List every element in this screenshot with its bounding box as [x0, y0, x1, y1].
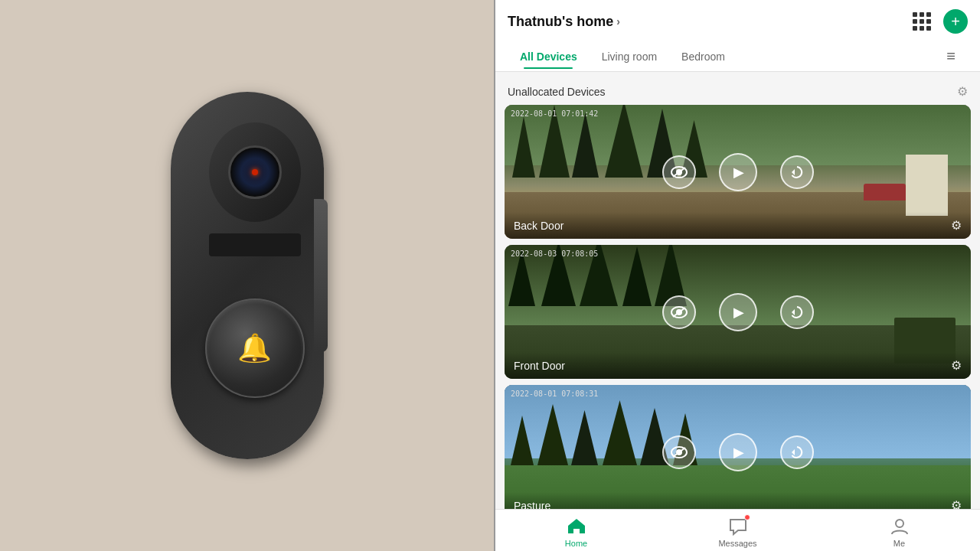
display-strip	[209, 233, 301, 256]
camera-housing	[209, 122, 301, 222]
unallocated-section-title: Unallocated Devices	[508, 86, 606, 98]
front-door-footer: Front Door ⚙	[505, 352, 971, 379]
pasture-name: Pasture	[514, 500, 550, 510]
pasture-play-button[interactable]: ▶	[719, 433, 757, 471]
messages-badge-dot	[744, 514, 750, 520]
bell-icon: 🔔	[237, 332, 272, 364]
tab-all-devices[interactable]: All Devices	[508, 44, 590, 69]
play-icon: ▶	[733, 164, 744, 181]
pasture-footer: Pasture ⚙	[505, 492, 971, 509]
front-door-sleep-button[interactable]	[662, 295, 696, 329]
device-list-panel: Thatnub's home › + All Devices Living ro…	[495, 0, 980, 551]
home-name-text: Thatnub's home	[508, 14, 613, 30]
p-replay-icon	[789, 445, 805, 460]
unallocated-section-header: Unallocated Devices ⚙	[505, 78, 971, 105]
front-door-name: Front Door	[514, 360, 565, 372]
me-nav-icon	[889, 516, 910, 537]
camera-indicator	[252, 169, 258, 175]
header-icons: +	[910, 9, 968, 34]
svg-line-6	[673, 308, 685, 317]
svg-marker-3	[792, 169, 795, 175]
tab-bedroom[interactable]: Bedroom	[669, 44, 737, 69]
pasture-sleep-button[interactable]	[662, 435, 696, 469]
side-accent	[314, 199, 328, 352]
messages-nav-label: Messages	[718, 539, 756, 548]
header: Thatnub's home › + All Devices Living ro…	[495, 0, 980, 72]
fd-play-icon: ▶	[733, 304, 744, 321]
me-nav-label: Me	[893, 539, 905, 548]
grid-view-button[interactable]	[910, 9, 934, 34]
replay-icon	[789, 165, 805, 180]
back-door-sleep-button[interactable]	[662, 155, 696, 189]
home-nav-label: Home	[565, 539, 587, 548]
back-door-play-button[interactable]: ▶	[719, 153, 757, 191]
front-door-play-button[interactable]: ▶	[719, 293, 757, 331]
chevron-right-icon: ›	[616, 15, 620, 28]
fd-replay-icon	[789, 305, 805, 320]
p-play-icon: ▶	[733, 444, 744, 461]
pasture-replay-button[interactable]	[780, 435, 814, 469]
profile-icon	[890, 517, 910, 536]
svg-line-10	[673, 448, 685, 457]
camera-lens	[228, 145, 282, 199]
svg-marker-11	[792, 449, 795, 455]
tab-living-room[interactable]: Living room	[590, 44, 669, 69]
add-device-button[interactable]: +	[943, 9, 968, 34]
camera-card-back-door[interactable]: 2022-08-01 07:01:42 ▶	[505, 105, 971, 239]
back-door-footer: Back Door ⚙	[505, 212, 971, 239]
nav-me[interactable]: Me	[869, 516, 930, 548]
pasture-controls: ▶	[505, 385, 971, 509]
sleep-eye-icon	[671, 166, 688, 178]
tabs-more-button[interactable]: ≡	[934, 41, 968, 71]
doorbell-device: 🔔	[163, 84, 332, 467]
svg-marker-7	[792, 309, 795, 315]
nav-messages[interactable]: Messages	[707, 516, 769, 548]
section-settings-icon[interactable]: ⚙	[957, 84, 968, 99]
grid-dots-icon	[913, 12, 931, 31]
bell-button[interactable]: 🔔	[205, 298, 305, 398]
svg-line-2	[673, 168, 685, 177]
nav-home[interactable]: Home	[546, 516, 607, 548]
room-tabs: All Devices Living room Bedroom ≡	[508, 41, 968, 71]
home-nav-icon	[566, 516, 587, 537]
pasture-settings-icon[interactable]: ⚙	[951, 498, 962, 509]
front-door-replay-button[interactable]	[780, 295, 814, 329]
messages-nav-icon	[727, 516, 749, 537]
back-door-replay-button[interactable]	[780, 155, 814, 189]
svg-point-12	[896, 520, 903, 527]
back-door-settings-icon[interactable]: ⚙	[951, 218, 962, 233]
doorbell-image: 🔔	[0, 0, 494, 551]
p-sleep-icon	[671, 446, 688, 458]
content-area: Unallocated Devices ⚙	[495, 72, 980, 509]
fd-sleep-icon	[671, 306, 688, 318]
camera-preview-panel: 🔔	[0, 0, 494, 551]
home-title[interactable]: Thatnub's home ›	[508, 14, 620, 30]
header-top: Thatnub's home › +	[508, 9, 968, 34]
bottom-navigation: Home Messages Me	[495, 509, 980, 551]
front-door-settings-icon[interactable]: ⚙	[951, 358, 962, 373]
camera-card-pasture[interactable]: 2022-08-01 07:08:31 ▶	[505, 385, 971, 509]
back-door-name: Back Door	[514, 220, 564, 232]
camera-card-front-door[interactable]: 2022-08-03 07:08:05 ▶	[505, 245, 971, 379]
home-icon	[567, 517, 586, 536]
more-icon: ≡	[946, 47, 956, 64]
doorbell-body: 🔔	[171, 92, 324, 459]
